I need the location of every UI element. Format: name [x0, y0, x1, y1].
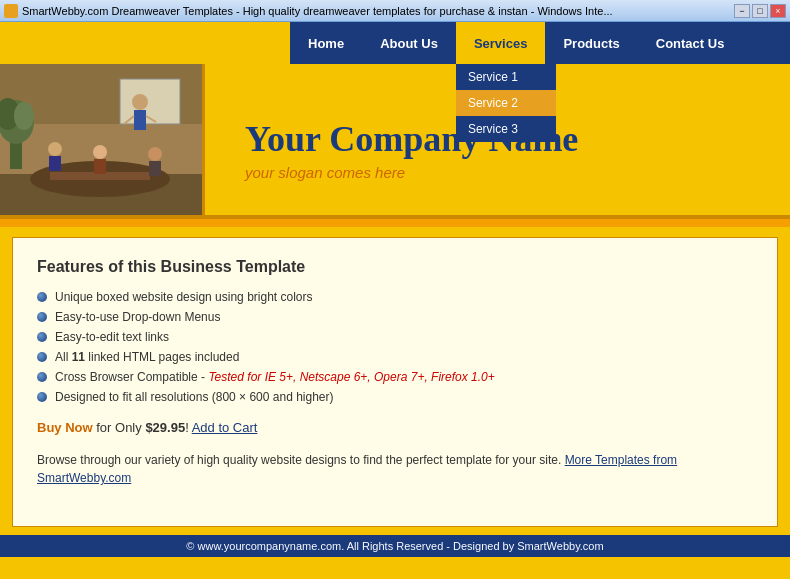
svg-point-16: [148, 147, 162, 161]
buy-now-label: Buy Now: [37, 420, 93, 435]
feature-text: All 11 linked HTML pages included: [55, 350, 239, 364]
maximize-button[interactable]: □: [752, 4, 768, 18]
title-bar: SmartWebby.com Dreamweaver Templates - H…: [0, 0, 790, 22]
browser-icon: [4, 4, 18, 18]
list-item: All 11 linked HTML pages included: [37, 350, 753, 364]
features-title: Features of this Business Template: [37, 258, 753, 276]
dropdown-service2[interactable]: Service 2: [456, 90, 556, 116]
list-item: Cross Browser Compatible - Tested for IE…: [37, 370, 753, 384]
nav-products[interactable]: Products: [545, 22, 637, 64]
add-to-cart-link[interactable]: Add to Cart: [192, 420, 258, 435]
list-item: Easy-to-use Drop-down Menus: [37, 310, 753, 324]
list-item: Designed to fit all resolutions (800 × 6…: [37, 390, 753, 404]
title-bar-controls[interactable]: − □ ×: [734, 4, 786, 18]
list-item: Unique boxed website design using bright…: [37, 290, 753, 304]
bullet-icon: [37, 332, 47, 342]
title-bar-left: SmartWebby.com Dreamweaver Templates - H…: [4, 4, 613, 18]
svg-point-10: [132, 94, 148, 110]
bullet-icon: [37, 392, 47, 402]
dropdown-service3[interactable]: Service 3: [456, 116, 556, 142]
svg-rect-19: [94, 159, 106, 174]
hero: Your Company Name your slogan comes here: [0, 64, 790, 219]
feature-text: Cross Browser Compatible - Tested for IE…: [55, 370, 495, 384]
feature-text: Designed to fit all resolutions (800 × 6…: [55, 390, 334, 404]
browse-section: Browse through our variety of high quali…: [37, 451, 753, 487]
svg-point-7: [14, 102, 34, 130]
bullet-icon: [37, 312, 47, 322]
footer: © www.yourcompanyname.com. All Rights Re…: [0, 535, 790, 557]
nav-services-wrapper: Services Service 1 Service 2 Service 3: [456, 22, 546, 64]
price-suffix: !: [185, 420, 189, 435]
footer-text: © www.yourcompanyname.com. All Rights Re…: [186, 540, 603, 552]
feature-text: Easy-to-use Drop-down Menus: [55, 310, 220, 324]
bullet-icon: [37, 352, 47, 362]
navbar: Home About Us Services Service 1 Service…: [0, 22, 790, 64]
buy-text: for Only: [96, 420, 145, 435]
svg-rect-17: [149, 161, 161, 176]
orange-stripe: [0, 219, 790, 227]
svg-point-18: [93, 145, 107, 159]
highlight-text: Tested for IE 5+, Netscape 6+, Opera 7+,…: [208, 370, 494, 384]
nav-spacer: [0, 22, 290, 64]
minimize-button[interactable]: −: [734, 4, 750, 18]
bullet-icon: [37, 372, 47, 382]
close-button[interactable]: ×: [770, 4, 786, 18]
browse-text: Browse through our variety of high quali…: [37, 453, 561, 467]
services-dropdown: Service 1 Service 2 Service 3: [456, 64, 556, 142]
nav-about[interactable]: About Us: [362, 22, 456, 64]
buy-section: Buy Now for Only $29.95! Add to Cart: [37, 420, 753, 435]
bullet-icon: [37, 292, 47, 302]
dropdown-service1[interactable]: Service 1: [456, 64, 556, 90]
nav-home[interactable]: Home: [290, 22, 362, 64]
svg-point-14: [48, 142, 62, 156]
content-wrapper: Features of this Business Template Uniqu…: [0, 227, 790, 537]
nav-contact[interactable]: Contact Us: [638, 22, 743, 64]
content-box: Features of this Business Template Uniqu…: [12, 237, 778, 527]
svg-rect-15: [49, 156, 61, 171]
nav-services[interactable]: Services: [456, 22, 546, 64]
list-item: Easy-to-edit text links: [37, 330, 753, 344]
svg-rect-11: [134, 110, 146, 130]
nav-items: Home About Us Services Service 1 Service…: [290, 22, 790, 64]
feature-list: Unique boxed website design using bright…: [37, 290, 753, 404]
price: $29.95: [145, 420, 185, 435]
hero-image: [0, 64, 205, 215]
feature-text: Easy-to-edit text links: [55, 330, 169, 344]
feature-text: Unique boxed website design using bright…: [55, 290, 313, 304]
title-bar-text: SmartWebby.com Dreamweaver Templates - H…: [22, 5, 613, 17]
slogan: your slogan comes here: [245, 164, 790, 181]
